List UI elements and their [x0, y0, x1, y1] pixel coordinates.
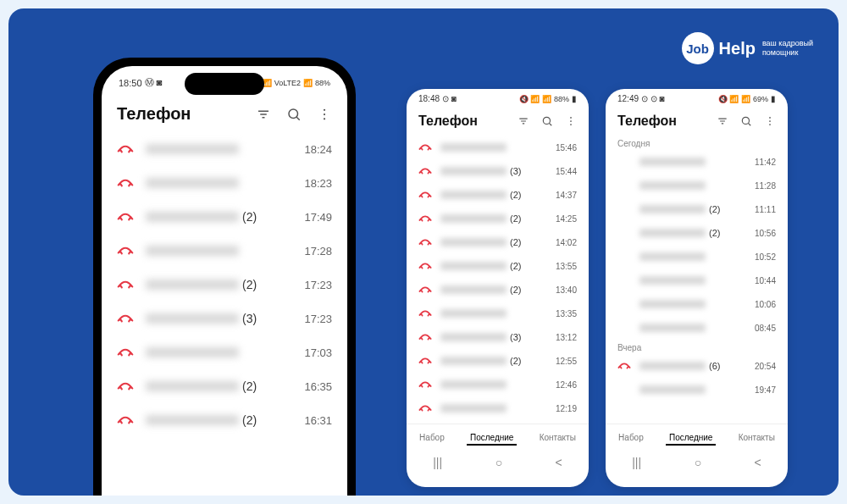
filter-icon[interactable] [256, 107, 271, 122]
missed-call-icon [418, 164, 432, 178]
tab-dial[interactable]: Набор [615, 431, 647, 446]
phone-number-blurred [440, 380, 507, 389]
call-row[interactable]: (2) 17:23 [102, 268, 347, 302]
call-time: 10:56 [755, 229, 776, 238]
promo-container: Job Help ваш кадровый помощник 18:50 Ⓜ ◙… [8, 8, 839, 496]
phone-number-blurred [146, 178, 239, 188]
call-list[interactable]: Сегодня 11:42 11:28 (2) 11:11 [606, 136, 788, 424]
nav-back-icon[interactable]: < [556, 456, 562, 469]
missed-call-icon [418, 402, 432, 415]
call-count: (3) [242, 312, 257, 325]
call-row[interactable]: 12:46 [407, 373, 589, 396]
call-row[interactable]: (3) 15:44 [407, 159, 589, 183]
call-row[interactable]: (2) 13:55 [407, 254, 589, 278]
missed-call-icon [418, 354, 432, 368]
phone-number-blurred [146, 246, 239, 256]
phone-number-blurred [440, 214, 507, 223]
call-row[interactable]: 10:52 [606, 245, 788, 269]
filter-icon[interactable] [717, 115, 728, 127]
search-icon[interactable] [541, 115, 553, 127]
missed-call-icon [617, 202, 631, 216]
missed-call-icon [617, 250, 631, 263]
call-count: (2) [242, 413, 257, 427]
call-count: (2) [709, 204, 720, 214]
call-row[interactable]: (2) 13:40 [407, 278, 589, 302]
missed-call-icon [117, 174, 134, 191]
more-icon[interactable] [764, 115, 776, 127]
call-row[interactable]: (3) 13:12 [407, 325, 589, 349]
call-row[interactable]: (2) 10:56 [606, 221, 788, 245]
call-time: 14:37 [556, 191, 577, 200]
call-row[interactable]: 13:35 [407, 302, 589, 325]
call-row[interactable]: 17:28 [102, 234, 347, 268]
call-time: 14:25 [556, 214, 577, 224]
phone-number-blurred [639, 252, 706, 261]
nav-back-icon[interactable]: < [755, 456, 761, 469]
tab-contacts[interactable]: Контакты [536, 431, 579, 446]
search-icon[interactable] [740, 115, 752, 127]
call-row[interactable]: 18:23 [102, 166, 347, 200]
call-row[interactable]: 11:42 [606, 150, 788, 174]
call-row[interactable]: 19:47 [606, 378, 788, 402]
tab-recent[interactable]: Последние [666, 431, 716, 446]
call-list[interactable]: 18:24 18:23 (2) 17:49 17:28 [102, 132, 347, 437]
call-row[interactable]: (2) 14:02 [407, 230, 589, 254]
call-row[interactable]: (2) 14:37 [407, 183, 589, 207]
nav-home-icon[interactable]: ○ [695, 456, 701, 469]
call-row[interactable]: (2) 11:11 [606, 197, 788, 221]
call-row[interactable]: 10:44 [606, 269, 788, 292]
missed-call-icon [418, 378, 432, 391]
call-list[interactable]: 15:46 (3) 15:44 (2) 14:37 (2) 14:25 [407, 136, 589, 424]
tab-dial[interactable]: Набор [416, 431, 448, 446]
call-row[interactable]: 15:46 [407, 136, 589, 159]
call-row[interactable]: (2) 16:35 [102, 369, 347, 403]
nav-recent-icon[interactable]: ||| [632, 456, 641, 469]
phone-number-blurred [440, 167, 507, 175]
call-count: (3) [510, 166, 521, 176]
phone-number-blurred [440, 285, 507, 294]
call-row[interactable]: (2) 17:49 [102, 200, 347, 234]
call-row[interactable]: (3) 17:23 [102, 302, 347, 335]
missed-call-icon [117, 242, 134, 259]
filter-icon[interactable] [518, 115, 529, 127]
call-count: (2) [242, 379, 257, 393]
phone-number-blurred [440, 143, 507, 152]
call-row[interactable]: (6) 20:54 [606, 354, 788, 378]
nav-home-icon[interactable]: ○ [495, 456, 502, 469]
logo: Job Help ваш кадровый помощник [682, 32, 813, 64]
missed-call-icon [617, 226, 631, 240]
call-count: (2) [510, 261, 521, 271]
call-time: 15:46 [556, 143, 577, 152]
phone-number-blurred [146, 280, 239, 290]
more-icon[interactable] [317, 107, 332, 122]
call-time: 12:19 [556, 404, 577, 413]
nav-recent-icon[interactable]: ||| [433, 456, 442, 469]
more-icon[interactable] [565, 115, 577, 127]
call-count: (2) [242, 278, 257, 291]
call-row[interactable]: 12:19 [407, 396, 589, 420]
svg-point-15 [570, 124, 572, 125]
call-row[interactable]: 08:45 [606, 316, 788, 340]
search-icon[interactable] [286, 107, 302, 122]
tab-contacts[interactable]: Контакты [735, 431, 778, 446]
call-row[interactable]: (2) 14:25 [407, 207, 589, 230]
svg-point-14 [570, 120, 572, 122]
missed-call-icon [117, 141, 134, 158]
call-row[interactable]: 11:28 [606, 174, 788, 197]
svg-point-19 [742, 117, 749, 124]
phone-header: Телефон [606, 105, 788, 136]
call-row[interactable]: 17:03 [102, 335, 347, 369]
call-row[interactable]: 10:06 [606, 292, 788, 316]
call-time: 14:02 [556, 238, 577, 247]
phone-number-blurred [639, 362, 706, 370]
call-time: 08:45 [755, 324, 776, 333]
phone-number-blurred [440, 404, 507, 413]
call-time: 10:52 [755, 252, 776, 262]
call-time: 17:23 [304, 279, 332, 291]
call-row[interactable]: 18:24 [102, 132, 347, 166]
logo-subtitle: ваш кадровый помощник [761, 39, 813, 58]
tab-recent[interactable]: Последние [467, 431, 517, 446]
call-time: 18:24 [304, 143, 332, 156]
call-row[interactable]: (2) 12:55 [407, 349, 589, 373]
call-row[interactable]: (2) 16:31 [102, 403, 347, 437]
